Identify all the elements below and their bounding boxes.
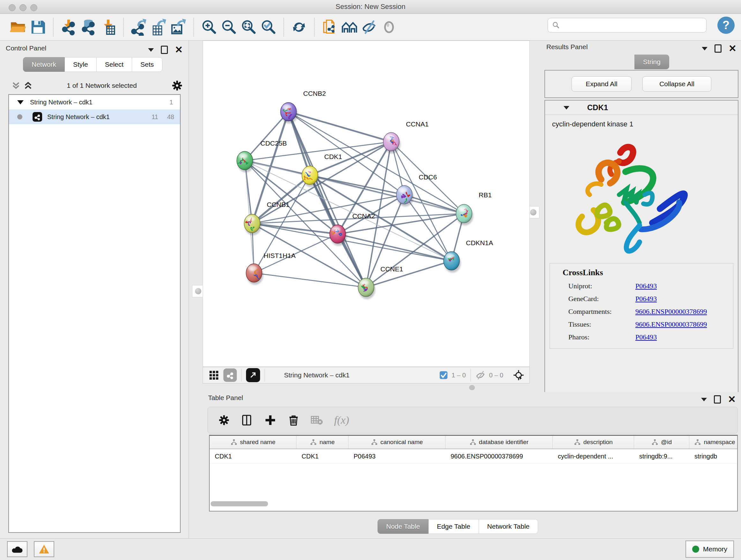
column-header-namespace[interactable]: namespace <box>689 436 738 449</box>
table-panel-float-icon[interactable] <box>714 395 721 403</box>
save-session-icon[interactable] <box>28 17 48 37</box>
collection-expand-icon[interactable] <box>17 100 23 105</box>
column-header-canonical-name[interactable]: canonical name <box>348 436 446 449</box>
table-cell: P06493 <box>348 449 446 463</box>
control-panel-close-icon[interactable]: ✕ <box>175 47 183 53</box>
import-network-file-icon[interactable] <box>59 17 78 37</box>
expand-all-button[interactable]: Expand All <box>571 76 631 91</box>
column-header-shared-name[interactable]: shared name <box>210 436 296 449</box>
current-network-label: String Network – cdk1 <box>284 371 349 379</box>
collapse-all-button[interactable]: Collapse All <box>643 76 711 91</box>
network-row-label: String Network – cdk1 <box>47 113 110 121</box>
search-input[interactable] <box>563 19 706 32</box>
first-neighbors-icon[interactable] <box>340 17 359 37</box>
collapse-all-icon[interactable] <box>12 81 20 90</box>
cloud-status-button[interactable] <box>7 541 27 557</box>
column-header-name[interactable]: name <box>296 436 348 449</box>
table-panel-close-icon[interactable]: ✕ <box>728 396 736 402</box>
hidden-eye-icon[interactable] <box>475 370 486 381</box>
crosslinks-heading: CrossLinks <box>562 268 733 277</box>
results-panel-float-icon[interactable] <box>715 44 722 53</box>
tab-sets[interactable]: Sets <box>132 57 162 72</box>
table-panel-menu-icon[interactable] <box>701 398 707 401</box>
open-external-icon[interactable] <box>246 368 260 382</box>
table-horizontal-scrollbar[interactable] <box>211 501 268 506</box>
clone-network-icon[interactable] <box>320 17 340 37</box>
crosslink-row: Pharos: P06493 <box>568 333 733 341</box>
network-collection-row[interactable]: String Network – cdk1 1 <box>9 95 180 110</box>
zoom-fit-icon[interactable] <box>239 17 259 37</box>
table-gear-icon[interactable] <box>219 415 229 426</box>
svg-text:CCNB2: CCNB2 <box>303 90 326 97</box>
svg-text:CCNB1: CCNB1 <box>267 201 289 208</box>
tab-string[interactable]: String <box>634 55 669 69</box>
help-button[interactable]: ? <box>718 17 735 34</box>
table-cell: CDK1 <box>296 449 348 463</box>
gene-description: cyclin-dependent kinase 1 <box>548 117 735 131</box>
table-row[interactable]: CDK1CDK1P064939606.ENSP00000378699cyclin… <box>210 449 737 463</box>
column-header-@id[interactable]: @id <box>634 436 689 449</box>
crosslink-link[interactable]: 9606.ENSP00000378699 <box>635 320 707 328</box>
svg-text:HIST1H1A: HIST1H1A <box>264 252 295 259</box>
import-network-database-icon[interactable] <box>78 17 98 37</box>
crosslink-label: GeneCard: <box>568 295 635 303</box>
table-panel-title: Table Panel <box>208 394 243 401</box>
open-session-icon[interactable] <box>8 17 28 37</box>
export-image-icon[interactable] <box>169 17 188 37</box>
crosslink-link[interactable]: P06493 <box>635 333 657 341</box>
export-table-icon[interactable] <box>149 17 169 37</box>
bottom-splitter-handle[interactable] <box>469 385 475 390</box>
control-panel-float-icon[interactable] <box>161 46 168 54</box>
gene-detail-box: cyclin-dependent kinase 1 <box>548 117 735 349</box>
tab-style[interactable]: Style <box>65 57 97 72</box>
export-network-icon[interactable] <box>129 17 149 37</box>
tab-node-table[interactable]: Node Table <box>378 519 428 534</box>
memory-status-dot <box>692 546 699 553</box>
svg-text:CDC25B: CDC25B <box>260 139 287 147</box>
delete-table-icon[interactable] <box>311 415 323 426</box>
network-mode-icon[interactable] <box>223 368 237 382</box>
tab-select[interactable]: Select <box>97 57 132 72</box>
title-bar: Session: New Session <box>0 0 741 14</box>
control-panel-menu-icon[interactable] <box>148 48 154 52</box>
hide-selected-icon[interactable] <box>359 17 379 37</box>
column-header-description[interactable]: description <box>553 436 634 449</box>
function-builder-icon[interactable]: f(x) <box>334 414 349 426</box>
show-columns-icon[interactable] <box>240 414 253 427</box>
crosslink-row: Tissues: 9606.ENSP00000378699 <box>568 320 733 328</box>
column-header-database-identifier[interactable]: database identifier <box>446 436 553 449</box>
results-panel-menu-icon[interactable] <box>702 47 708 51</box>
zoom-selected-icon[interactable] <box>259 17 278 37</box>
network-options-gear-icon[interactable] <box>172 80 183 91</box>
show-all-icon[interactable] <box>379 17 399 37</box>
gene-section-header[interactable]: CDK1 <box>545 101 738 115</box>
zoom-in-icon[interactable] <box>199 17 219 37</box>
results-panel-close-icon[interactable]: ✕ <box>729 45 737 52</box>
birdseye-crosshair-icon[interactable] <box>513 369 524 381</box>
svg-text:CDK1: CDK1 <box>324 153 342 160</box>
expand-all-icon[interactable] <box>24 81 32 90</box>
crosslink-link[interactable]: P06493 <box>635 282 657 290</box>
gene-collapse-icon[interactable] <box>563 106 569 110</box>
tab-network[interactable]: Network <box>23 57 65 72</box>
network-canvas[interactable]: CCNB2 CCNA1 CDC25B CDK1 CDC6 RB1 CCNB1 C… <box>203 41 530 367</box>
memory-button[interactable]: Memory <box>685 541 734 558</box>
selected-checkbox-icon[interactable] <box>439 370 448 380</box>
tab-edge-table[interactable]: Edge Table <box>428 519 479 534</box>
refresh-view-icon[interactable] <box>289 17 309 37</box>
search-icon <box>552 21 560 29</box>
grid-mode-icon[interactable] <box>208 369 219 381</box>
network-row-selected[interactable]: String Network – cdk1 11 48 <box>9 110 180 124</box>
add-column-icon[interactable] <box>264 414 277 427</box>
crosslink-link[interactable]: 9606.ENSP00000378699 <box>635 307 707 316</box>
zoom-out-icon[interactable] <box>219 17 239 37</box>
tab-network-table[interactable]: Network Table <box>479 519 538 534</box>
crosslink-link[interactable]: P06493 <box>635 295 657 303</box>
network-node-count: 11 <box>151 113 158 121</box>
node-CDKN1A: CDKN1A <box>444 239 493 273</box>
crosslink-label: Uniprot: <box>568 282 635 290</box>
import-table-file-icon[interactable] <box>98 17 118 37</box>
warnings-button[interactable] <box>34 541 54 557</box>
node-table[interactable]: shared namenamecanonical namedatabase id… <box>209 435 738 511</box>
delete-column-icon[interactable] <box>287 414 300 427</box>
